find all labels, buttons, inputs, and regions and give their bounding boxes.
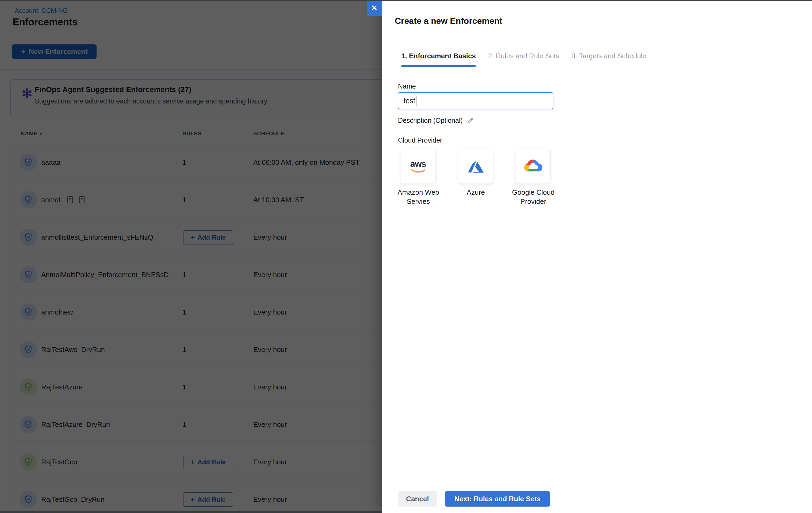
- cloud-provider-options: aws Amazon Web Servies Azure: [401, 149, 551, 206]
- tab-rules-and-rule-sets[interactable]: 2. Rules and Rule Sets: [488, 45, 559, 66]
- tab-enforcement-basics[interactable]: 1. Enforcement Basics: [401, 45, 476, 66]
- azure-label: Azure: [445, 188, 506, 197]
- gcp-logo-icon: [524, 159, 543, 174]
- description-label: Description (Optional): [398, 117, 463, 124]
- aws-smile-icon: [410, 169, 426, 173]
- wizard-tabs: 1. Enforcement Basics 2. Rules and Rule …: [382, 45, 812, 67]
- gcp-label: Google Cloud Provider: [502, 188, 564, 206]
- close-icon: ✕: [371, 3, 377, 12]
- drawer-footer: Cancel Next: Rules and Rule Sets: [398, 491, 550, 507]
- edit-pencil-icon[interactable]: [466, 117, 474, 124]
- provider-aws: aws Amazon Web Servies: [401, 149, 436, 206]
- close-drawer-button[interactable]: ✕: [367, 0, 382, 16]
- azure-card[interactable]: [458, 149, 493, 184]
- provider-azure: Azure: [458, 149, 493, 206]
- drawer-title: Create a new Enforcement: [395, 16, 502, 26]
- cancel-button[interactable]: Cancel: [398, 491, 437, 507]
- description-label-row: Description (Optional): [398, 117, 474, 124]
- aws-card[interactable]: aws: [401, 149, 436, 184]
- provider-gcp: Google Cloud Provider: [516, 149, 551, 206]
- aws-logo-icon: aws: [410, 160, 426, 168]
- screen: Account: CCM-NG Enforcements + New Enfor…: [0, 0, 812, 513]
- name-input-value: test: [404, 97, 415, 105]
- tab-targets-and-schedule[interactable]: 3. Targets and Schedule: [572, 45, 646, 66]
- text-cursor: [416, 96, 416, 106]
- cloud-provider-label: Cloud Provider: [398, 136, 442, 144]
- create-enforcement-drawer: ✕ Create a new Enforcement 1. Enforcemen…: [382, 0, 812, 513]
- next-button[interactable]: Next: Rules and Rule Sets: [445, 491, 550, 507]
- name-input[interactable]: test: [398, 92, 553, 109]
- azure-logo-icon: [467, 158, 484, 175]
- name-label: Name: [398, 82, 416, 90]
- gcp-card[interactable]: [516, 149, 551, 184]
- window-top-edge: [0, 0, 812, 1]
- aws-label: Amazon Web Servies: [387, 188, 449, 206]
